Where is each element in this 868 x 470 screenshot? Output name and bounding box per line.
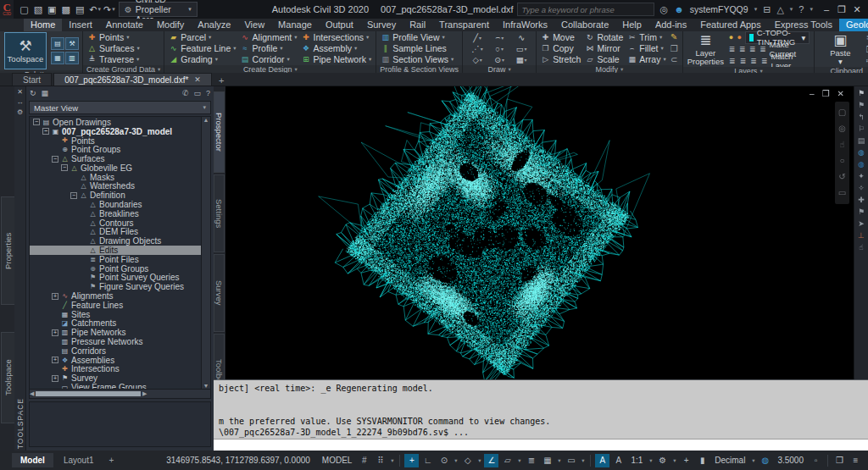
annotation-scale-value[interactable]: 1:1 [627,456,646,465]
tool-palettes-icon[interactable]: ⚒ [65,37,79,50]
tree-item[interactable]: −▤Open Drawings [30,118,201,127]
geo-globe-icon[interactable]: ◍ [858,148,865,157]
view-selector-dropdown[interactable]: Master View ▾ [29,101,211,114]
traverse-button[interactable]: ≜Traverse▾ [87,54,140,64]
scroll-down-icon[interactable]: ▼ [203,383,209,389]
tree-expander-icon[interactable]: + [52,293,58,300]
tree-expander-icon[interactable]: + [52,375,58,382]
save-as-icon[interactable]: ▩ [58,4,72,15]
pan-icon[interactable]: ☝ [839,141,844,149]
tree-item[interactable]: ◪Catchments [30,319,201,329]
tree-item[interactable]: △Breaklines [30,209,201,218]
customization-menu-icon[interactable]: ≡ [849,454,863,467]
new-drawing-tab-button[interactable]: + [214,75,229,86]
star-outline-icon[interactable]: ✧ [858,184,865,192]
profile-button[interactable]: ≈Profile▾ [241,43,298,53]
app-store-cart-icon[interactable]: ⊟ [763,4,771,15]
ribbon-tab-add-ins[interactable]: Add-ins [648,19,693,31]
move-button[interactable]: ✚Move [541,32,581,42]
annotation-monitor-icon[interactable]: + [679,454,693,467]
account-label[interactable]: systemFYQQ9 [690,4,748,14]
hatch-icon[interactable]: ▦▾ [511,55,531,64]
tree-item[interactable]: +❖Assemblies [30,356,201,365]
file-tab-start[interactable]: Start [12,73,52,86]
ribbon-tab-modify[interactable]: Modify [150,19,191,31]
object-snap-icon-dropdown[interactable]: ▾ [516,457,522,464]
file-tab-document[interactable]: 007_pqc26528a7-3D_model.dxf*✕ [53,73,212,86]
ribbon-tab-view[interactable]: View [237,19,271,31]
ts-contextual-icon[interactable]: ✆ [182,89,189,97]
viewcube-icon[interactable]: ▢ [838,108,846,117]
tree-item[interactable]: +∿Alignments [30,291,201,301]
sign-in-icon[interactable]: ☻ [674,4,684,15]
assembly-button[interactable]: ❖Assembly▾ [302,43,372,53]
navigation-wheel-icon[interactable]: ◎ [838,124,846,133]
side-tab-settings[interactable]: Settings [214,174,225,252]
geolocation-icon[interactable]: ◍ [758,454,772,467]
flag-icon[interactable]: ⚑ [858,207,865,216]
health-report-icon[interactable]: △ [776,4,783,15]
redo-icon-dropdown[interactable]: ▾ [112,6,115,13]
line-icon[interactable]: ╱▾ [467,32,487,42]
tree-vertical-scrollbar[interactable]: ▲ ▼ [201,117,210,389]
polar-tracking-icon[interactable]: ⊙ [437,454,451,467]
ribbon-tab-infraworks[interactable]: InfraWorks [496,19,554,31]
vp-close-icon[interactable]: ✕ [837,89,844,98]
layout-tab-model[interactable]: Model [12,453,53,467]
ts-refresh-icon[interactable]: ↻ [30,89,36,97]
rectangle-icon[interactable]: ▭▾ [511,44,531,53]
layer-off-icon[interactable]: ≣ [728,45,736,53]
ribbon-tab-manage[interactable]: Manage [271,19,319,31]
tree-item[interactable]: −△Globeville EG [30,163,201,173]
tree-item[interactable]: △Masks [30,173,201,182]
offset-icon[interactable]: ⊂ [670,55,677,64]
tree-expander-icon[interactable]: + [52,357,58,363]
close-button[interactable]: ✕ [849,4,865,15]
intersections-button[interactable]: ✚Intersections▾ [302,32,372,42]
corridor-button[interactable]: ▤Corridor▾ [241,54,298,64]
autoscale-icon[interactable]: A [611,454,626,467]
isolate-objects-icon[interactable]: ▫ [809,454,823,467]
snap-mode-icon-dropdown[interactable]: ▾ [389,457,395,464]
object-snap-icon[interactable]: ▱ [500,454,515,467]
sheet-icon[interactable]: ▤ [858,136,865,145]
sheet-set-manager-icon[interactable]: ▦ [51,52,64,64]
command-input[interactable] [214,439,868,451]
dock-tab-toolspace[interactable]: Toolspace [1,332,15,423]
layer-unisolate-icon[interactable]: ≣ [728,57,737,65]
ribbon-tab-survey[interactable]: Survey [360,19,403,31]
next-icon[interactable]: ➤ [858,219,865,228]
tin-surface-model[interactable] [225,86,868,379]
scroll-left-icon[interactable]: ◀ [30,390,34,397]
open-icon[interactable]: ▧ [31,4,45,15]
model-space-toggle[interactable]: MODEL [319,456,356,465]
revcloud-icon[interactable]: ∿ [511,32,531,42]
feature-line-button[interactable]: ∿Feature Line▾ [169,43,236,53]
scrollbar-thumb[interactable] [36,391,141,396]
health-report-icon-dropdown[interactable]: ▾ [790,6,793,13]
tree-expander-icon[interactable]: − [33,119,40,125]
ts-help-icon[interactable]: ? [206,89,210,97]
scale-button[interactable]: ▱Scale [585,54,623,64]
scroll-up-icon[interactable]: ▲ [203,117,209,123]
cogo-point-icon[interactable]: ✚ [858,196,865,204]
clean-screen-icon[interactable]: ❐ [832,454,847,467]
isometric-drafting-icon-dropdown[interactable]: ▾ [476,457,482,464]
match-properties-icon[interactable]: ✎ [670,32,677,41]
ribbon-tab-help[interactable]: Help [615,19,648,31]
account-dropdown-icon[interactable]: ▾ [754,6,758,13]
elevation-value[interactable]: 3.5000 [774,456,807,465]
workspace-switching-icon-dropdown[interactable]: ▾ [671,457,677,464]
trim-button[interactable]: ✂Trim▾ [627,32,665,42]
side-tab-survey[interactable]: Survey [214,254,225,332]
tree-item[interactable]: ≣Point Files [30,255,201,264]
pipe-network-button[interactable]: ⊞Pipe Network▾ [302,54,372,64]
new-icon[interactable]: ▢ [17,4,31,15]
sample-lines-button[interactable]: ∥Sample Lines [381,43,453,53]
paste-button[interactable]: ▣Paste▾ [819,32,861,66]
tree-item[interactable]: −△Definition [30,191,201,200]
isometric-drafting-icon[interactable]: ◇ [460,454,475,467]
plot-icon[interactable]: ▤ [73,4,86,15]
transparency-icon-dropdown[interactable]: ▾ [556,457,562,464]
tree-item[interactable]: −▣007_pqc26528a7-3D_model [30,127,201,136]
